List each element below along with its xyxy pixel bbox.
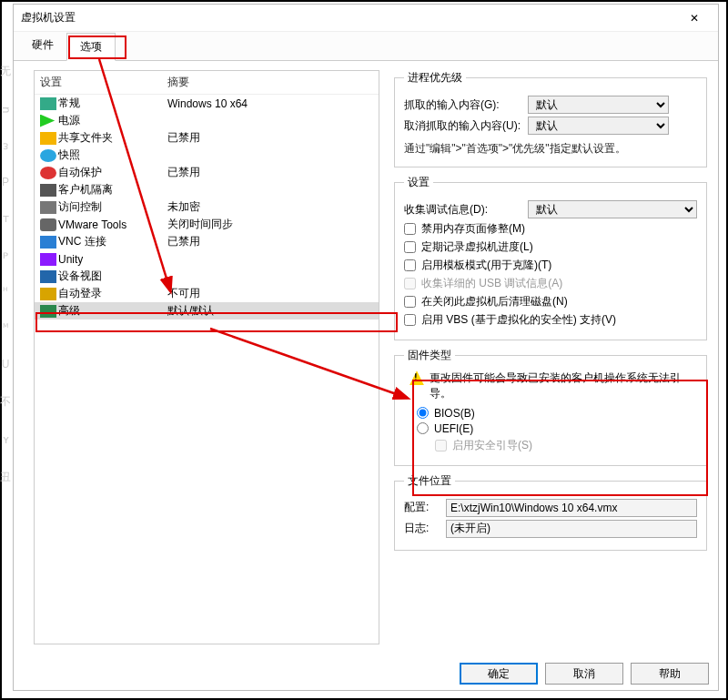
check-1[interactable] [404, 241, 416, 253]
row-name: 共享文件夹 [58, 130, 167, 146]
ok-button[interactable]: 确定 [460, 663, 538, 685]
background-leftstrip: 无ᴝᴈ Рᴛᴘ ᴴᴹU 不ʏ丑 [0, 56, 11, 657]
row-name: 访问控制 [58, 199, 167, 215]
settings-list: 设置 摘要 常规 Windows 10 x64 电源 共享文件夹 已禁用 快照 … [34, 70, 379, 644]
check-3 [404, 278, 416, 289]
guest-icon [40, 184, 56, 197]
check-2[interactable] [404, 259, 416, 271]
row-summary: 已禁用 [167, 165, 373, 180]
unity-icon [40, 253, 56, 266]
list-row-unity[interactable]: Unity [35, 250, 379, 268]
right-pane: 进程优先级 抓取的输入内容(G): 默认 取消抓取的输入内容(U): 默认 通过… [387, 61, 718, 654]
list-header: 设置 摘要 [35, 71, 379, 95]
row-name: 设备视图 [58, 269, 167, 284]
highlight-firmware [412, 380, 708, 496]
check-label-4: 在关闭此虚拟机后清理磁盘(N) [421, 294, 568, 309]
label-config: 配置: [404, 500, 440, 515]
row-summary: Windows 10 x64 [167, 97, 373, 110]
close-icon: ✕ [690, 12, 699, 25]
check-label-0: 禁用内存页面修整(M) [421, 221, 525, 237]
content-area: 设置 摘要 常规 Windows 10 x64 电源 共享文件夹 已禁用 快照 … [14, 61, 718, 654]
input-config[interactable] [446, 499, 697, 517]
row-name: 快照 [58, 147, 167, 163]
check-label-1: 定期记录虚拟机进度(L) [421, 239, 533, 255]
row-name: VNC 连接 [58, 234, 167, 249]
row-summary: 关闭时间同步 [167, 217, 373, 232]
list-row-vmw[interactable]: VMware Tools 关闭时间同步 [35, 216, 379, 233]
list-row-fld[interactable]: 共享文件夹 已禁用 [35, 129, 379, 147]
list-row-guest[interactable]: 客户机隔离 [35, 181, 379, 198]
row-summary: 未加密 [167, 199, 373, 215]
priority-note: 通过"编辑">"首选项">"优先级"指定默认设置。 [404, 140, 697, 157]
row-name: VMware Tools [58, 218, 167, 231]
list-row-autologin[interactable]: 自动登录 不可用 [35, 285, 379, 302]
row-name: Unity [58, 253, 167, 266]
legend-firmware: 固件类型 [404, 348, 455, 363]
label-ungrabbed: 取消抓取的输入内容(U): [404, 118, 522, 134]
dialog-window: 虚拟机设置 ✕ 硬件 选项 设置 摘要 常规 Windows 10 x64 电源… [13, 4, 719, 691]
row-name: 电源 [58, 113, 167, 128]
list-row-pow[interactable]: 电源 [35, 112, 379, 129]
list-row-acc[interactable]: 访问控制 未加密 [35, 198, 379, 216]
check-label-5: 启用 VBS (基于虚拟化的安全性) 支持(V) [421, 312, 616, 328]
fld-icon [40, 132, 56, 145]
row-name: 自动登录 [58, 286, 167, 301]
gen-icon [40, 97, 56, 110]
check-label-3: 收集详细的 USB 调试信息(A) [421, 276, 562, 291]
row-name: 自动保护 [58, 165, 167, 180]
list-row-dev[interactable]: 设备视图 [35, 268, 379, 285]
group-settings: 设置 收集调试信息(D): 默认 禁用内存页面修整(M) 定期记录虚拟机进度(L… [394, 175, 707, 340]
row-name: 客户机隔离 [58, 182, 167, 198]
input-log[interactable] [446, 520, 697, 538]
dev-icon [40, 270, 56, 283]
list-row-gen[interactable]: 常规 Windows 10 x64 [35, 95, 379, 112]
row-summary: 已禁用 [167, 130, 373, 146]
highlight-advanced-row [35, 312, 398, 332]
left-pane: 设置 摘要 常规 Windows 10 x64 电源 共享文件夹 已禁用 快照 … [14, 61, 387, 654]
snap-icon [40, 149, 56, 162]
button-bar: 确定 取消 帮助 [460, 663, 709, 685]
highlight-tabs [68, 36, 126, 59]
cancel-button[interactable]: 取消 [545, 663, 623, 685]
acc-icon [40, 201, 56, 214]
tab-hardware[interactable]: 硬件 [19, 32, 66, 60]
window-title: 虚拟机设置 [21, 10, 76, 25]
list-row-vnc[interactable]: VNC 连接 已禁用 [35, 233, 379, 250]
auto-icon [40, 167, 56, 179]
check-0[interactable] [404, 223, 416, 235]
label-grabbed: 抓取的输入内容(G): [404, 97, 522, 113]
legend-priority: 进程优先级 [404, 70, 466, 86]
group-priority: 进程优先级 抓取的输入内容(G): 默认 取消抓取的输入内容(U): 默认 通过… [394, 70, 707, 167]
check-5[interactable] [404, 314, 416, 326]
check-label-2: 启用模板模式(用于克隆)(T) [421, 258, 551, 273]
header-summary: 摘要 [167, 75, 373, 90]
vnc-icon [40, 236, 56, 249]
row-name: 常规 [58, 96, 167, 111]
select-debug[interactable]: 默认 [528, 200, 697, 218]
legend-settings: 设置 [404, 175, 433, 190]
header-setting: 设置 [40, 75, 167, 90]
autologin-icon [40, 288, 56, 300]
list-row-auto[interactable]: 自动保护 已禁用 [35, 164, 379, 181]
row-summary: 已禁用 [167, 234, 373, 249]
pow-icon [40, 115, 56, 127]
row-summary: 不可用 [167, 286, 373, 301]
label-debug: 收集调试信息(D): [404, 202, 522, 218]
check-4[interactable] [404, 296, 416, 308]
list-row-snap[interactable]: 快照 [35, 147, 379, 164]
label-log: 日志: [404, 521, 440, 536]
select-grabbed[interactable]: 默认 [528, 96, 669, 114]
vmw-icon [40, 218, 56, 231]
titlebar: 虚拟机设置 ✕ [14, 5, 718, 32]
help-button[interactable]: 帮助 [631, 663, 709, 685]
select-ungrabbed[interactable]: 默认 [528, 117, 669, 135]
close-button[interactable]: ✕ [678, 8, 711, 28]
